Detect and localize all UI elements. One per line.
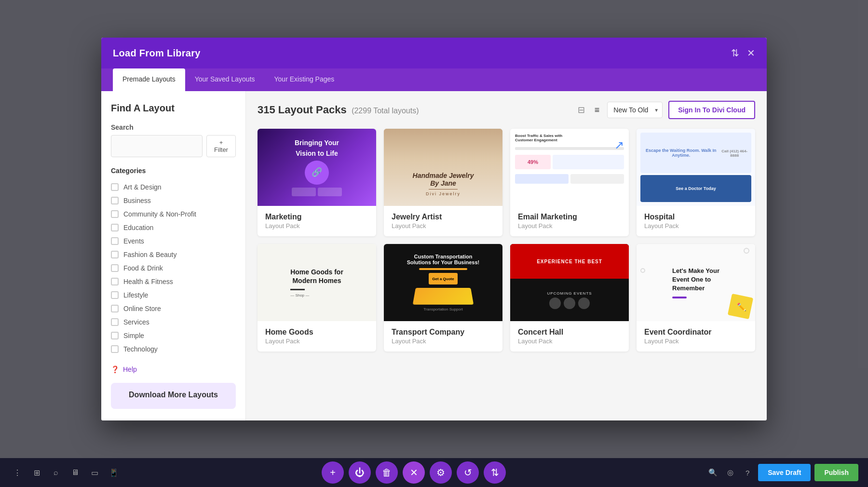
category-item-online-store[interactable]: Online Store [111, 302, 236, 315]
category-checkbox-lifestyle[interactable] [111, 291, 119, 299]
category-checkbox-health[interactable] [111, 278, 119, 285]
layout-card-marketing[interactable]: Bringing Your Vision to Life 🔗 [258, 129, 376, 236]
category-item-health[interactable]: Health & Fitness [111, 275, 236, 288]
category-item-art[interactable]: Art & Design [111, 180, 236, 194]
category-checkbox-technology[interactable] [111, 345, 119, 353]
home-preview-text: Home Goods forModern Homes [290, 268, 343, 285]
card-preview-concert: EXPERIENCE THE BEST UPCOMING EVENTS [510, 244, 629, 321]
layout-card-concert[interactable]: EXPERIENCE THE BEST UPCOMING EVENTS [510, 244, 629, 352]
category-checkbox-online-store[interactable] [111, 305, 119, 312]
category-item-community[interactable]: Community & Non-Profit [111, 207, 236, 221]
category-checkbox-services[interactable] [111, 318, 119, 326]
card-type-jewelry: Layout Pack [392, 222, 495, 230]
category-item-simple[interactable]: Simple [111, 329, 236, 342]
toolbar-search-right-icon[interactable]: 🔍 [706, 466, 719, 479]
toolbar-history-button[interactable]: ↺ [457, 461, 479, 484]
toolbar-right: 🔍 ◎ ? Save Draft Publish [706, 464, 858, 481]
layout-card-transport[interactable]: Custom TransportationSolutions for Your … [384, 244, 502, 352]
grid-view-icon[interactable]: ⊟ [576, 103, 587, 117]
save-draft-button[interactable]: Save Draft [758, 464, 811, 481]
card-name-concert: Concert Hall [518, 328, 621, 337]
toolbar-close-button[interactable]: ✕ [403, 461, 425, 484]
toolbar-power-button[interactable]: ⏻ [349, 461, 371, 484]
category-label-education: Education [123, 224, 153, 231]
sort-wrapper: New To Old Old To New A to Z Z to A [607, 102, 663, 118]
category-checkbox-events[interactable] [111, 237, 119, 245]
marketing-preview-text: Bringing Your Vision to Life 🔗 [287, 134, 347, 201]
search-input[interactable] [111, 135, 203, 157]
category-checkbox-food[interactable] [111, 264, 119, 272]
toolbar-sort-button[interactable]: ⇅ [484, 461, 506, 484]
category-item-food[interactable]: Food & Drink [111, 261, 236, 275]
tab-saved-layouts[interactable]: Your Saved Layouts [185, 68, 265, 91]
layout-card-email[interactable]: Boost Traffic & Sales withCustomer Engag… [510, 129, 629, 236]
category-checkbox-community[interactable] [111, 210, 119, 218]
toolbar-desktop-icon[interactable]: 🖥 [68, 465, 83, 480]
card-type-marketing: Layout Pack [265, 222, 368, 230]
hospital-preview-text: Escape the Waiting Room. Walk In Anytime… [640, 133, 751, 173]
category-item-education[interactable]: Education [111, 221, 236, 234]
toolbar-tablet-icon[interactable]: ▭ [87, 465, 102, 480]
card-name-transport: Transport Company [392, 328, 495, 337]
toolbar-settings-button[interactable]: ⚙ [430, 461, 452, 484]
help-row[interactable]: ❓ Help [111, 365, 236, 373]
publish-button[interactable]: Publish [814, 464, 858, 481]
category-label-community: Community & Non-Profit [123, 210, 196, 218]
sidebar: Find A Layout Search + Filter Categories… [101, 91, 246, 420]
category-label-fashion: Fashion & Beauty [123, 251, 177, 258]
modal-header-actions: ⇅ ✕ [731, 47, 755, 59]
toolbar-left: ⋮ ⊞ ⌕ 🖥 ▭ 📱 [10, 465, 122, 480]
toolbar-add-button[interactable]: + [322, 461, 344, 484]
category-item-business[interactable]: Business [111, 194, 236, 207]
toolbar-help-icon[interactable]: ? [741, 466, 754, 479]
modal-overlay: Load From Library ⇅ ✕ Premade Layouts Yo… [0, 0, 868, 458]
layout-card-home[interactable]: Home Goods forModern Homes — Shop — Home… [258, 244, 376, 352]
layout-card-event[interactable]: Let's Make YourEvent One toRemember ✏️ E… [637, 244, 755, 352]
card-type-transport: Layout Pack [392, 338, 495, 345]
layout-card-jewelry[interactable]: Handmade Jewelry By Jane Divi Jewelry Je… [384, 129, 502, 236]
category-checkbox-fashion[interactable] [111, 251, 119, 258]
concert-events-label: UPCOMING EVENTS [547, 291, 592, 296]
filter-button[interactable]: + Filter [206, 135, 236, 157]
modal-body: Find A Layout Search + Filter Categories… [101, 91, 767, 420]
toolbar-circle-icon[interactable]: ◎ [723, 466, 737, 479]
category-label-lifestyle: Lifestyle [123, 291, 148, 299]
list-view-icon[interactable]: ≡ [593, 103, 602, 117]
transport-preview-text: Custom TransportationSolutions for Your … [407, 254, 480, 265]
toolbar-search-icon[interactable]: ⌕ [48, 465, 64, 480]
category-item-events[interactable]: Events [111, 234, 236, 248]
category-checkbox-art[interactable] [111, 183, 119, 191]
sort-select[interactable]: New To Old Old To New A to Z Z to A [607, 102, 663, 118]
card-preview-transport: Custom TransportationSolutions for Your … [384, 244, 502, 321]
toolbar-grid-icon[interactable]: ⊞ [29, 465, 44, 480]
card-info-concert: Concert Hall Layout Pack [510, 321, 629, 352]
sign-in-button[interactable]: Sign In To Divi Cloud [668, 101, 755, 119]
tab-existing-pages[interactable]: Your Existing Pages [265, 68, 344, 91]
close-icon[interactable]: ✕ [747, 47, 755, 59]
layout-card-hospital[interactable]: Escape the Waiting Room. Walk In Anytime… [637, 129, 755, 236]
category-checkbox-simple[interactable] [111, 332, 119, 339]
card-preview-hospital: Escape the Waiting Room. Walk In Anytime… [637, 129, 755, 206]
card-type-email: Layout Pack [518, 222, 621, 230]
toolbar-trash-button[interactable]: 🗑 [376, 461, 398, 484]
tab-premade-layouts[interactable]: Premade Layouts [113, 68, 185, 91]
sort-icon[interactable]: ⇅ [731, 47, 739, 59]
category-checkbox-business[interactable] [111, 197, 119, 204]
category-checkbox-education[interactable] [111, 224, 119, 231]
card-type-home: Layout Pack [265, 338, 368, 345]
main-content: 315 Layout Packs (2299 Total layouts) ⊟ … [246, 91, 767, 420]
category-item-fashion[interactable]: Fashion & Beauty [111, 248, 236, 261]
category-label-technology: Technology [123, 345, 158, 353]
concert-preview-text: EXPERIENCE THE BEST [537, 259, 602, 264]
content-header: 315 Layout Packs (2299 Total layouts) ⊟ … [258, 101, 755, 119]
category-item-services[interactable]: Services [111, 315, 236, 329]
toolbar-mobile-icon[interactable]: 📱 [106, 465, 122, 480]
category-item-technology[interactable]: Technology [111, 342, 236, 356]
category-label-services: Services [123, 318, 149, 326]
toolbar-dots-icon[interactable]: ⋮ [10, 465, 25, 480]
total-layouts: (2299 Total layouts) [352, 107, 419, 115]
category-label-online-store: Online Store [123, 305, 161, 312]
download-box: Download More Layouts [111, 383, 236, 409]
category-item-lifestyle[interactable]: Lifestyle [111, 288, 236, 302]
download-title: Download More Layouts [119, 391, 228, 399]
